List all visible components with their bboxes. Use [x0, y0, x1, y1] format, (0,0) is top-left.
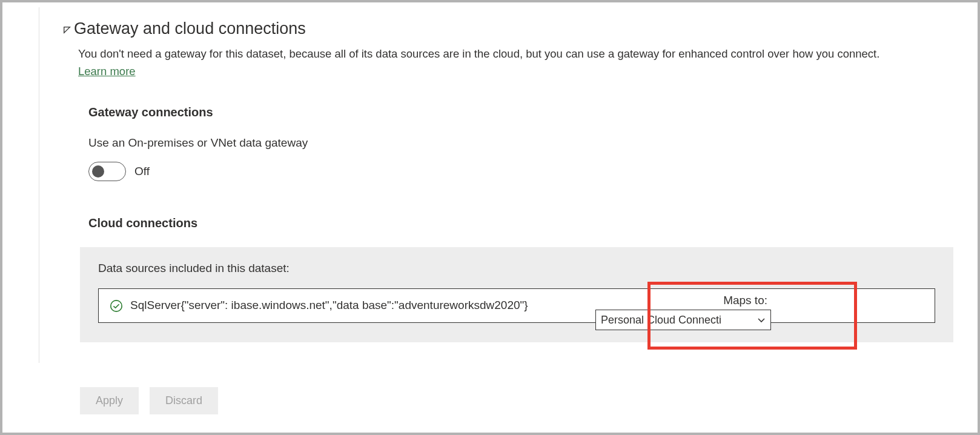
collapse-icon	[63, 25, 71, 34]
status-ok-icon	[110, 299, 123, 313]
discard-button[interactable]: Discard	[150, 387, 218, 414]
gateway-toggle-state: Off	[134, 165, 150, 178]
cloud-connections-panel: Data sources included in this dataset: S…	[80, 247, 953, 342]
datasources-label: Data sources included in this dataset:	[98, 262, 935, 275]
toggle-knob	[92, 165, 104, 178]
gateway-toggle-row: Off	[88, 162, 953, 181]
chevron-down-icon	[757, 315, 766, 325]
gateway-connections-title: Gateway connections	[88, 105, 953, 119]
action-buttons: Apply Discard	[80, 387, 218, 414]
maps-to-value: Personal Cloud Connecti	[601, 314, 721, 327]
gateway-subsection: Gateway connections Use an On-premises o…	[88, 105, 953, 342]
cloud-connections-title: Cloud connections	[88, 216, 953, 230]
settings-section: Gateway and cloud connections You don't …	[63, 19, 953, 342]
section-header[interactable]: Gateway and cloud connections	[63, 19, 953, 38]
svg-point-0	[111, 300, 122, 311]
gateway-toggle-label: Use an On-premises or VNet data gateway	[88, 136, 953, 150]
section-title: Gateway and cloud connections	[74, 19, 306, 38]
learn-more-link[interactable]: Learn more	[78, 65, 136, 78]
maps-to-column: Maps to: Personal Cloud Connecti	[595, 294, 771, 330]
gateway-toggle[interactable]	[88, 162, 126, 181]
datasource-text: SqlServer{"server": ibase.windows.net","…	[130, 297, 554, 314]
apply-button[interactable]: Apply	[80, 387, 139, 414]
datasource-row: SqlServer{"server": ibase.windows.net","…	[98, 288, 935, 323]
vertical-divider	[39, 7, 39, 363]
maps-to-select[interactable]: Personal Cloud Connecti	[595, 310, 771, 330]
maps-to-label: Maps to:	[595, 294, 771, 307]
section-description: You don't need a gateway for this datase…	[78, 45, 908, 80]
description-text: You don't need a gateway for this datase…	[78, 47, 879, 60]
